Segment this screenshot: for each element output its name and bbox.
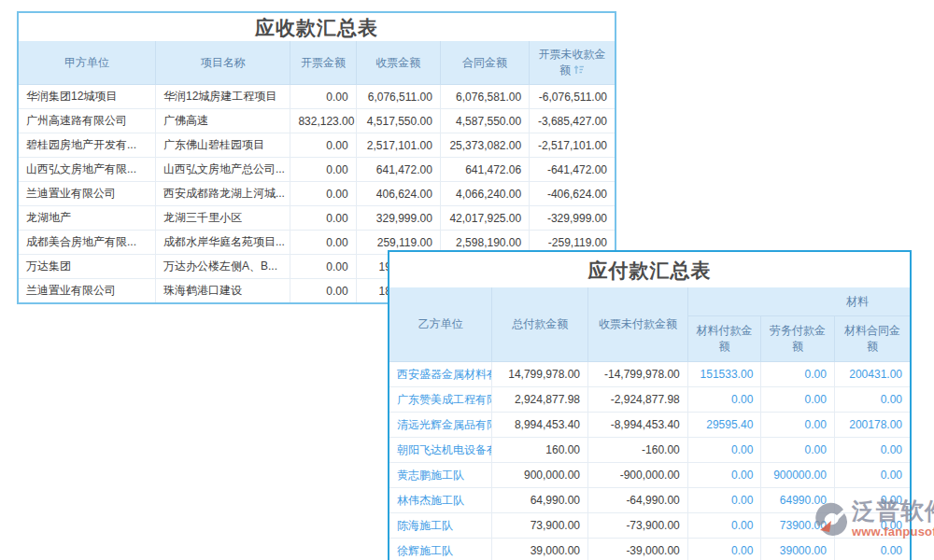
table-cell: 0.00 [290, 85, 356, 109]
table-cell: 0.00 [290, 279, 356, 303]
table-cell: 832,123.00 [290, 109, 356, 133]
party-a-cell: 兰迪置业有限公司 [19, 182, 155, 206]
project-cell: 珠海鹤港口建设 [155, 279, 290, 303]
table-row: 山西弘文房地产有限... 山西弘文房地产总公司... 0.00 641,472.… [19, 158, 615, 182]
party-a-cell: 广州高速路有限公司 [19, 109, 155, 133]
table-cell: 0.00 [687, 488, 761, 513]
table-row: 陈海施工队 73,900.00 -73,900.00 0.00 73900.00… [389, 513, 910, 539]
table-cell: 0.00 [761, 387, 835, 413]
table-cell: 2,924,877.98 [492, 387, 588, 413]
table-cell: 4,517,550.00 [356, 109, 440, 133]
table-cell: 64990.00 [761, 488, 835, 513]
table-row: 广州高速路有限公司 广佛高速 832,123.00 4,517,550.00 4… [19, 109, 615, 133]
table-cell: 0.00 [834, 387, 910, 413]
party-b-link[interactable]: 西安盛器金属材料有限 [389, 362, 492, 387]
project-cell: 成都水岸华庭名苑项目... [155, 231, 290, 255]
table-cell: 0.00 [834, 463, 910, 488]
receivable-table-title: 应收款汇总表 [19, 13, 615, 41]
table-cell: -73,900.00 [588, 513, 688, 539]
table-cell: 8,994,453.40 [492, 413, 588, 438]
table-cell: 0.00 [834, 488, 910, 513]
table-cell: -39,000.00 [588, 539, 688, 560]
header-contract-amount: 合同金额 [440, 41, 529, 85]
payable-header-group-row: 乙方单位 总付款金额 收票未付款金额 材料 [389, 287, 910, 316]
header-material-payment: 材料付款金额 [687, 316, 761, 362]
table-cell: 39000.00 [761, 539, 835, 560]
table-cell: -160.00 [588, 438, 688, 463]
table-row: 清远光辉金属品有限公 8,994,453.40 -8,994,453.40 29… [389, 413, 910, 438]
table-row: 黄志鹏施工队 900,000.00 -900,000.00 0.00 90000… [389, 463, 910, 488]
table-cell: -14,799,978.00 [588, 362, 688, 387]
party-b-link[interactable]: 黄志鹏施工队 [389, 463, 492, 488]
table-cell: -3,685,427.00 [530, 109, 615, 133]
table-row: 朝阳飞达机电设备有限 160.00 -160.00 0.00 0.00 0.00 [389, 438, 910, 463]
party-b-link[interactable]: 徐辉施工队 [389, 539, 492, 560]
project-cell: 龙湖三千里小区 [155, 206, 290, 231]
header-labor-payment: 劳务付款金额 [761, 316, 835, 362]
header-party-a: 甲方单位 [19, 41, 155, 85]
table-row: 兰迪置业有限公司 西安成都路龙湖上河城... 0.00 406,624.00 4… [19, 182, 615, 206]
table-cell: 0.00 [761, 413, 835, 438]
table-cell: 0.00 [290, 158, 356, 182]
table-cell: 25,373,082.00 [440, 133, 529, 158]
payable-table-body: 西安盛器金属材料有限 14,799,978.00 -14,799,978.00 … [389, 362, 910, 560]
table-cell: 64,990.00 [492, 488, 588, 513]
party-a-cell: 兰迪置业有限公司 [19, 279, 155, 303]
table-cell: 641,472.06 [440, 158, 529, 182]
table-cell: 200431.00 [834, 362, 910, 387]
table-cell: -64,990.00 [588, 488, 688, 513]
party-b-link[interactable]: 陈海施工队 [389, 513, 492, 539]
header-received-amount: 收票金额 [356, 41, 440, 85]
party-a-cell: 万达集团 [19, 255, 155, 279]
table-cell: 160.00 [492, 438, 588, 463]
party-b-link[interactable]: 广东赞美成工程有限公 [389, 387, 492, 413]
table-row: 徐辉施工队 39,000.00 -39,000.00 0.00 39000.00… [389, 539, 910, 560]
table-row: 碧桂园房地产开发有... 广东佛山碧桂园项目 0.00 2,517,101.00… [19, 133, 615, 158]
project-cell: 广佛高速 [155, 109, 290, 133]
payable-table-title: 应付款汇总表 [389, 252, 910, 287]
header-total-payment: 总付款金额 [492, 287, 588, 362]
table-cell: 4,587,550.00 [440, 109, 529, 133]
party-a-cell: 碧桂园房地产开发有... [19, 133, 155, 158]
party-b-link[interactable]: 清远光辉金属品有限公 [389, 413, 492, 438]
table-cell: 406,624.00 [356, 182, 440, 206]
table-cell: -2,517,101.00 [530, 133, 615, 158]
table-row: 龙湖地产 龙湖三千里小区 0.00 329,999.00 42,017,925.… [19, 206, 615, 231]
table-cell: 0.00 [290, 206, 356, 231]
table-cell: -329,999.00 [530, 206, 615, 231]
party-a-cell: 龙湖地产 [19, 206, 155, 231]
table-cell: -900,000.00 [588, 463, 688, 488]
header-invoiced-unpaid-amount[interactable]: 开票未收款金额 [530, 41, 615, 85]
table-cell: 0.00 [687, 387, 761, 413]
table-cell: 0.00 [687, 539, 761, 560]
sort-ascending-icon[interactable] [573, 64, 585, 77]
table-cell: 200178.00 [834, 413, 910, 438]
table-cell: 0.00 [687, 463, 761, 488]
table-cell: -2,924,877.98 [588, 387, 688, 413]
party-b-link[interactable]: 林伟杰施工队 [389, 488, 492, 513]
project-cell: 华润12城房建工程项目 [155, 85, 290, 109]
table-cell: 329,999.00 [356, 206, 440, 231]
table-cell: 14,799,978.00 [492, 362, 588, 387]
table-cell: 42,017,925.00 [440, 206, 529, 231]
table-cell: 0.00 [290, 255, 356, 279]
table-row: 华润集团12城项目 华润12城房建工程项目 0.00 6,076,511.00 … [19, 85, 615, 109]
receivable-header-row: 甲方单位 项目名称 开票金额 收票金额 合同金额 开票未收款金额 [19, 41, 615, 85]
party-a-cell: 山西弘文房地产有限... [19, 158, 155, 182]
table-cell: 6,076,511.00 [356, 85, 440, 109]
table-row: 西安盛器金属材料有限 14,799,978.00 -14,799,978.00 … [389, 362, 910, 387]
table-cell: 641,472.00 [356, 158, 440, 182]
project-cell: 广东佛山碧桂园项目 [155, 133, 290, 158]
table-cell: -8,994,453.40 [588, 413, 688, 438]
table-cell: 39,000.00 [492, 539, 588, 560]
party-a-cell: 成都美合房地产有限... [19, 231, 155, 255]
header-project-name: 项目名称 [155, 41, 290, 85]
table-row: 广东赞美成工程有限公 2,924,877.98 -2,924,877.98 0.… [389, 387, 910, 413]
table-cell: 73,900.00 [492, 513, 588, 539]
table-cell: 0.00 [290, 182, 356, 206]
header-material-contract: 材料合同金额 [834, 316, 910, 362]
table-cell: 900000.00 [761, 463, 835, 488]
party-b-link[interactable]: 朝阳飞达机电设备有限 [389, 438, 492, 463]
table-cell: 0.00 [761, 362, 835, 387]
table-cell: -406,624.00 [530, 182, 615, 206]
